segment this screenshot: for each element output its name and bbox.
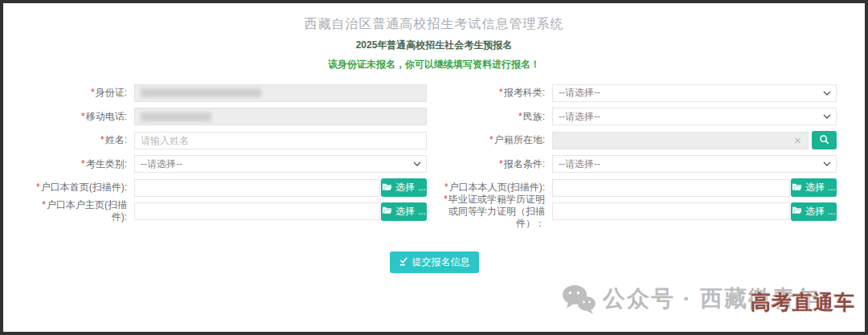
hukou-self-choose-button[interactable]: 选择 ... — [791, 178, 837, 197]
ethnicity-select[interactable]: --请选择-- — [552, 108, 837, 125]
required-marker: * — [42, 199, 46, 210]
conditions-select[interactable]: --请选择-- — [552, 155, 837, 173]
folder-icon — [792, 206, 802, 217]
candidate-type-select[interactable]: --请选择-- — [134, 155, 427, 173]
name-label: *姓名: — [31, 134, 134, 146]
submit-area: 提交报名信息 — [3, 251, 865, 273]
hukou-holder-file-input[interactable] — [134, 202, 380, 220]
row-name: *姓名: — [31, 132, 427, 149]
required-marker: * — [100, 134, 104, 145]
chevron-down-icon — [413, 161, 421, 167]
hukou-self-label: *户口本本人页(扫描件): — [438, 182, 552, 194]
row-ethnicity: *民族: --请选择-- — [438, 108, 837, 125]
id-card-label: *身份证: — [31, 87, 134, 99]
chevron-down-icon — [823, 90, 831, 96]
hukou-holder-label: *户口本户主页(扫描件): — [31, 199, 134, 223]
redacted-phone-value — [141, 112, 211, 121]
phone-label: *移动电话: — [31, 111, 134, 123]
row-phone: *移动电话: — [31, 108, 427, 125]
chevron-down-icon — [823, 113, 831, 120]
redacted-id-value — [141, 88, 261, 97]
row-candidate-type: *考生类别: --请选择-- — [31, 155, 427, 173]
page-title: 西藏自治区普通高校招生考试信息管理系统 — [3, 16, 865, 33]
diploma-file-input[interactable] — [552, 202, 790, 220]
row-residence: *户籍所在地: ✕ — [438, 131, 837, 149]
wechat-icon — [561, 284, 596, 316]
row-conditions: *报名条件: --请选择-- — [438, 155, 837, 173]
name-input[interactable] — [134, 132, 427, 149]
status-alert: 该身份证未报名，你可以继续填写资料进行报名！ — [3, 58, 865, 71]
page-frame: 西藏自治区普通高校招生考试信息管理系统 2025年普通高校招生社会考生预报名 该… — [0, 0, 868, 335]
required-marker: * — [444, 194, 448, 205]
required-marker: * — [489, 134, 493, 145]
submit-button[interactable]: 提交报名信息 — [390, 251, 479, 273]
residence-field: ✕ — [552, 132, 809, 149]
search-icon — [819, 134, 829, 147]
required-marker: * — [81, 158, 85, 170]
watermark: 公众号 · 西藏微青年 高考直通车 — [561, 280, 850, 317]
folder-icon — [792, 182, 802, 194]
required-marker: * — [518, 111, 522, 122]
row-subject-category: *报考科类: --请选择-- — [438, 84, 837, 102]
required-marker: * — [499, 87, 503, 98]
residence-search-button[interactable] — [812, 131, 837, 149]
ethnicity-label: *民族: — [438, 111, 552, 123]
residence-label: *户籍所在地: — [438, 134, 552, 146]
hukou-front-file-input[interactable] — [134, 179, 380, 197]
subject-category-label: *报考科类: — [438, 87, 552, 99]
folder-icon — [382, 182, 392, 194]
conditions-label: *报名条件: — [438, 158, 552, 170]
row-id-card: *身份证: — [31, 84, 427, 102]
required-marker: * — [444, 182, 448, 193]
clear-icon[interactable]: ✕ — [794, 136, 801, 145]
hukou-holder-choose-button[interactable]: 选择 ... — [381, 202, 427, 221]
required-marker: * — [91, 87, 95, 98]
folder-icon — [382, 206, 392, 217]
row-hukou-front: *户口本首页(扫描件): 选择 ... — [31, 178, 427, 197]
diploma-choose-button[interactable]: 选择 ... — [791, 202, 837, 221]
subject-category-select[interactable]: --请选择-- — [552, 84, 837, 102]
page-subtitle: 2025年普通高校招生社会考生预报名 — [3, 39, 865, 52]
diploma-label: *毕业证或学籍学历证明或同等学力证明（扫描件）： — [438, 194, 552, 230]
id-card-field — [134, 84, 427, 102]
hukou-self-file-input[interactable] — [552, 179, 790, 197]
submit-check-icon — [399, 256, 408, 268]
required-marker: * — [499, 158, 503, 170]
registration-form: *身份证: *移动电话: *姓名: *考生类别: --请选择-- — [31, 81, 837, 223]
hukou-front-choose-button[interactable]: 选择 ... — [381, 178, 427, 197]
phone-field — [134, 108, 427, 125]
chevron-down-icon — [823, 161, 831, 167]
candidate-type-label: *考生类别: — [31, 158, 134, 170]
row-diploma: *毕业证或学籍学历证明或同等学力证明（扫描件）： 选择 ... — [438, 194, 837, 230]
hukou-front-label: *户口本首页(扫描件): — [31, 182, 134, 194]
row-hukou-holder: *户口本户主页(扫描件): 选择 ... — [31, 199, 427, 223]
required-marker: * — [36, 182, 40, 193]
required-marker: * — [81, 111, 85, 122]
watermark-overlay-text: 高考直通车 — [751, 289, 855, 316]
header: 西藏自治区普通高校招生考试信息管理系统 2025年普通高校招生社会考生预报名 该… — [3, 3, 865, 71]
